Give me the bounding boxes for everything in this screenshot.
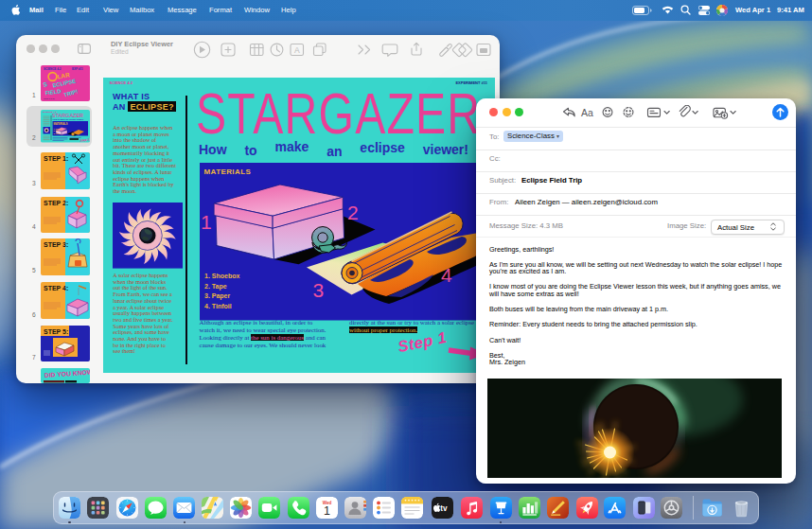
svg-text:MATERIALS: MATERIALS (54, 122, 68, 126)
svg-text:tv: tv (440, 504, 448, 513)
svg-text:A: A (294, 45, 300, 55)
svg-text:EXP #11: EXP #11 (72, 67, 83, 71)
svg-text:4: 4 (441, 264, 452, 286)
svg-text:How to make an eclipse viewer!: How to make an eclipse viewer! (53, 118, 84, 120)
svg-text:4. Tinfoil: 4. Tinfoil (204, 303, 232, 309)
svg-text:SCIENCE 4.2: SCIENCE 4.2 (44, 67, 62, 71)
svg-text:STEP 3:: STEP 3: (44, 241, 68, 248)
svg-text:STEP 4:: STEP 4: (44, 285, 68, 291)
svg-text:STEP 2:: STEP 2: (44, 200, 68, 206)
svg-text:3. Paper: 3. Paper (54, 132, 62, 134)
svg-text:STEP 1:: STEP 1: (44, 155, 68, 162)
svg-text:STEP 5:: STEP 5: (44, 328, 68, 335)
svg-text:2: 2 (347, 202, 359, 223)
svg-text:1: 1 (201, 211, 212, 233)
svg-text:1. Shoebox: 1. Shoebox (204, 273, 239, 279)
svg-text:2. Tape: 2. Tape (204, 283, 227, 291)
svg-text:3. Paper: 3. Paper (204, 292, 231, 300)
svg-text:Wed 1 p.m.: Wed 1 p.m. (44, 97, 56, 100)
svg-text:Aa: Aa (581, 107, 593, 118)
svg-text:MATERIALS: MATERIALS (204, 168, 252, 176)
svg-text:3: 3 (313, 279, 325, 301)
svg-text:1: 1 (324, 504, 330, 518)
